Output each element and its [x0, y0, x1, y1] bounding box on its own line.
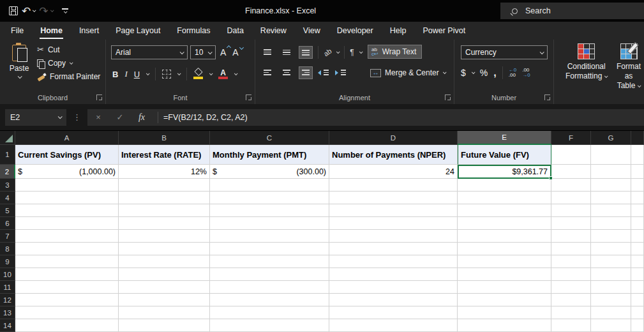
- insert-function-button[interactable]: fx: [131, 112, 153, 123]
- cell-G10[interactable]: [591, 268, 631, 281]
- redo-button[interactable]: ↷: [39, 6, 52, 17]
- cell-F6[interactable]: [551, 217, 591, 230]
- cell-E8[interactable]: [458, 243, 551, 255]
- chevron-down-icon[interactable]: [443, 70, 447, 74]
- conditional-formatting-button[interactable]: Conditional Formatting: [565, 43, 607, 81]
- cell-F2[interactable]: [551, 165, 591, 179]
- cell-D12[interactable]: [329, 294, 458, 306]
- row-header-4[interactable]: 4: [0, 192, 15, 204]
- format-painter-button[interactable]: Format Painter: [37, 72, 100, 81]
- chevron-down-icon[interactable]: [234, 72, 238, 75]
- cell-C11[interactable]: [210, 281, 329, 294]
- cell-E13[interactable]: [458, 306, 551, 319]
- cell-A2[interactable]: $(1,000.00): [15, 165, 119, 179]
- borders-button[interactable]: [162, 70, 171, 79]
- cell-A6[interactable]: [15, 217, 119, 230]
- cell-F10[interactable]: [551, 268, 591, 281]
- cell-F12[interactable]: [551, 294, 591, 306]
- cell-A4[interactable]: [15, 192, 119, 204]
- cell-G11[interactable]: [591, 281, 631, 294]
- tab-page-layout[interactable]: Page Layout: [107, 22, 168, 40]
- cell-F3[interactable]: [551, 179, 591, 192]
- cell-E10[interactable]: [458, 268, 551, 281]
- cell-G2[interactable]: [591, 165, 631, 179]
- cell-B14[interactable]: [119, 319, 210, 332]
- cut-button[interactable]: ✂ Cut: [37, 45, 100, 54]
- cell-A13[interactable]: [15, 306, 119, 319]
- row-header-5[interactable]: 5: [0, 204, 15, 217]
- cell-E6[interactable]: [458, 217, 551, 230]
- cell-C5[interactable]: [210, 204, 329, 217]
- cell-E2[interactable]: $9,361.77: [458, 165, 551, 179]
- cell-partial-7[interactable]: [631, 230, 644, 243]
- cell-F13[interactable]: [551, 306, 591, 319]
- row-header-13[interactable]: 13: [0, 306, 15, 319]
- tab-data[interactable]: Data: [218, 22, 251, 40]
- cell-F5[interactable]: [551, 204, 591, 217]
- tab-power-pivot[interactable]: Power Pivot: [414, 22, 474, 40]
- cell-partial-4[interactable]: [631, 192, 644, 204]
- cell-E1[interactable]: Future Value (FV): [458, 145, 551, 165]
- tab-home[interactable]: Home: [32, 22, 71, 40]
- cell-A7[interactable]: [15, 230, 119, 243]
- cell-partial-3[interactable]: [631, 179, 644, 192]
- cell-D2[interactable]: 24: [329, 165, 458, 179]
- cell-E12[interactable]: [458, 294, 551, 306]
- increase-indent-button[interactable]: [335, 68, 347, 77]
- alignment-dialog-launcher-icon[interactable]: [445, 94, 451, 100]
- cell-D6[interactable]: [329, 217, 458, 230]
- cell-partial-10[interactable]: [631, 268, 644, 281]
- copy-button[interactable]: Copy: [37, 59, 100, 68]
- cell-E7[interactable]: [458, 230, 551, 243]
- bold-button[interactable]: B: [112, 70, 118, 79]
- cell-F14[interactable]: [551, 319, 591, 332]
- undo-button[interactable]: ↶: [22, 6, 35, 17]
- row-header-1[interactable]: 1: [0, 145, 15, 165]
- increase-decimal-button[interactable]: ←0.00: [509, 68, 516, 78]
- column-header-G[interactable]: G: [591, 131, 631, 145]
- cell-partial-14[interactable]: [631, 319, 644, 332]
- cell-C9[interactable]: [210, 255, 329, 268]
- cell-B6[interactable]: [119, 217, 210, 230]
- tab-file[interactable]: File: [3, 22, 32, 40]
- cell-C13[interactable]: [210, 306, 329, 319]
- cell-E9[interactable]: [458, 255, 551, 268]
- cell-A1[interactable]: Current Savings (PV): [15, 145, 119, 165]
- cell-partial-5[interactable]: [631, 204, 644, 217]
- cell-G7[interactable]: [591, 230, 631, 243]
- cell-partial-13[interactable]: [631, 306, 644, 319]
- cell-A11[interactable]: [15, 281, 119, 294]
- row-header-12[interactable]: 12: [0, 294, 15, 306]
- tab-help[interactable]: Help: [382, 22, 415, 40]
- chevron-down-icon[interactable]: [146, 72, 150, 75]
- cell-B10[interactable]: [119, 268, 210, 281]
- fill-handle[interactable]: [549, 176, 553, 180]
- row-header-9[interactable]: 9: [0, 255, 15, 268]
- percent-style-button[interactable]: %: [480, 68, 488, 78]
- cell-C10[interactable]: [210, 268, 329, 281]
- cell-F11[interactable]: [551, 281, 591, 294]
- chevron-down-icon[interactable]: [472, 70, 476, 74]
- chevron-down-icon[interactable]: [209, 72, 213, 75]
- cell-B12[interactable]: [119, 294, 210, 306]
- cell-G12[interactable]: [591, 294, 631, 306]
- chevron-down-icon[interactable]: [336, 50, 340, 54]
- font-name-select[interactable]: Arial: [111, 45, 188, 59]
- cell-D10[interactable]: [329, 268, 458, 281]
- column-header-B[interactable]: B: [119, 131, 210, 145]
- cell-D7[interactable]: [329, 230, 458, 243]
- cell-partial-9[interactable]: [631, 255, 644, 268]
- cell-D13[interactable]: [329, 306, 458, 319]
- cell-C7[interactable]: [210, 230, 329, 243]
- number-format-select[interactable]: Currency: [461, 45, 548, 59]
- decrease-indent-button[interactable]: [318, 68, 330, 77]
- cell-E14[interactable]: [458, 319, 551, 332]
- cell-D1[interactable]: Number of Payments (NPER): [329, 145, 458, 165]
- cell-G6[interactable]: [591, 217, 631, 230]
- underline-button[interactable]: U: [134, 70, 140, 79]
- tab-insert[interactable]: Insert: [71, 22, 107, 40]
- tab-review[interactable]: Review: [252, 22, 295, 40]
- cell-D9[interactable]: [329, 255, 458, 268]
- chevron-down-icon[interactable]: [33, 8, 36, 12]
- align-right-button[interactable]: [299, 66, 313, 79]
